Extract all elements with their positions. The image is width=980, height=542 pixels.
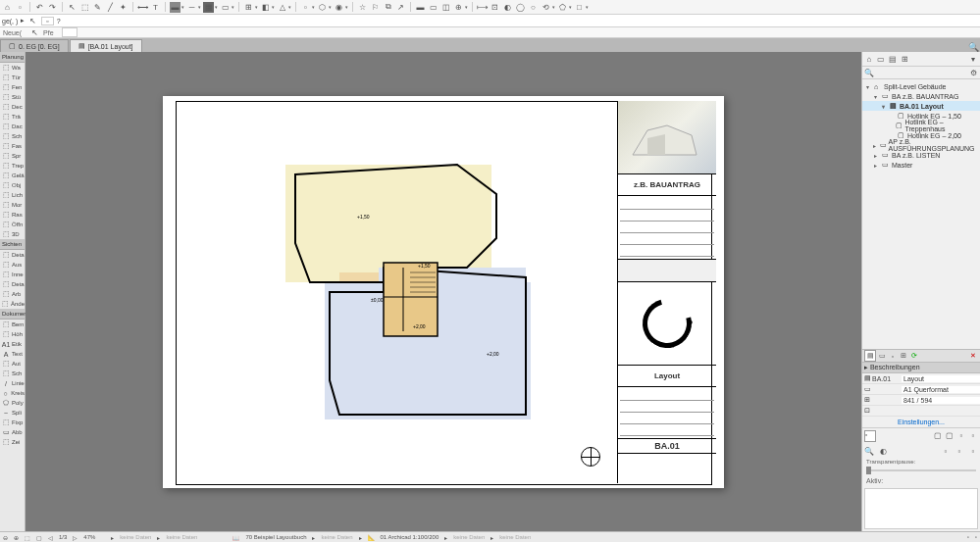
toolbox-item[interactable]: ⬚3D xyxy=(0,229,25,239)
coord-input[interactable]: ▫ xyxy=(41,17,53,25)
tree-item[interactable]: ▾▭BA z.B. BAUANTRAG xyxy=(862,91,980,101)
snap-dropdown[interactable]: ⊞▾ xyxy=(243,2,258,13)
wand-icon[interactable]: ✦ xyxy=(118,2,129,13)
toolbox-item[interactable]: ⬚Inne xyxy=(0,270,25,279)
toolbox-item[interactable]: ⬚Tür xyxy=(0,73,25,82)
toolbox-item[interactable]: AText xyxy=(0,349,25,359)
nav-next-icon[interactable]: ▷ xyxy=(73,534,77,541)
toolbox-item[interactable]: ⬚Trä xyxy=(0,112,25,122)
toolbox-section-header[interactable]: Sichten xyxy=(0,239,25,250)
toolbox-item[interactable]: ⬚Dac xyxy=(0,122,25,131)
door-icon[interactable]: ▭ xyxy=(428,2,438,13)
3d-dropdown[interactable]: ⬡▾ xyxy=(317,2,332,13)
text-icon[interactable]: T xyxy=(150,2,161,13)
prop-tab-4[interactable]: ⊞ xyxy=(899,351,908,361)
property-row[interactable]: ▤BA.01Layout xyxy=(862,373,980,384)
circle-icon[interactable]: ○ xyxy=(528,2,539,13)
line-tool-icon[interactable]: ╱ xyxy=(105,2,116,13)
cursor-icon[interactable]: ↖ xyxy=(67,2,77,13)
info-swatch[interactable] xyxy=(62,27,77,37)
marquee-icon[interactable]: ⬚ xyxy=(79,2,90,13)
nav-prev-icon[interactable]: ◁ xyxy=(48,534,53,541)
tree-item[interactable]: ▾⌂Split-Level Gebäude xyxy=(862,81,980,91)
toolbox-item[interactable]: ⬚Ras xyxy=(0,210,25,220)
layer-dropdown[interactable]: ▭▾ xyxy=(220,2,234,13)
settings-link[interactable]: Einstellungen... xyxy=(862,417,980,428)
nav-layout-icon[interactable]: ▤ xyxy=(888,54,898,64)
tag-icon[interactable]: ⊡ xyxy=(490,2,500,13)
nav-publish-icon[interactable]: ⊞ xyxy=(900,54,909,64)
toolbox-item[interactable]: ⬚Trep xyxy=(0,161,25,171)
line-dropdown[interactable]: ─▾ xyxy=(186,2,201,13)
arc-dropdown[interactable]: ⟲▾ xyxy=(541,2,555,13)
tab-layout[interactable]: ▤ [BA.01 Layout] xyxy=(70,39,142,52)
picker-icon[interactable]: ↖ xyxy=(27,16,38,26)
render-dropdown[interactable]: ◉▾ xyxy=(334,2,348,13)
toolbox-item[interactable]: ⬚Sch xyxy=(0,369,25,378)
bookmark-icon[interactable]: ⚐ xyxy=(370,2,381,13)
vi-1[interactable]: 🔍 xyxy=(864,446,874,456)
zoom-fit-icon[interactable]: ⬚ xyxy=(25,534,30,541)
vi-2[interactable]: ◐ xyxy=(878,446,888,456)
export-icon[interactable]: ↗ xyxy=(395,2,406,13)
vi-3[interactable]: ▫ xyxy=(941,446,951,456)
nav-view-icon[interactable]: ▭ xyxy=(876,54,886,64)
toolbox-item[interactable]: ⬚Öffn xyxy=(0,220,25,229)
tool3-dropdown[interactable]: △▾ xyxy=(277,2,291,13)
toolbox-section-header[interactable]: Planung xyxy=(0,52,25,63)
tree-item[interactable]: ▢Hotlink EG – Treppenhaus xyxy=(862,121,980,130)
tree-arrow-icon[interactable]: ▾ xyxy=(874,93,880,100)
toolbox-item[interactable]: ~Spli xyxy=(0,408,25,418)
vi-4[interactable]: ▫ xyxy=(954,446,964,456)
vm-icon-4[interactable]: ▫ xyxy=(968,430,978,440)
toolbox-section-header[interactable]: Dokument xyxy=(0,309,25,320)
tab-floor-plan[interactable]: ▢ 0. EG [0. EG] xyxy=(0,39,69,52)
tree-item[interactable]: ▾▤BA.01 Layout xyxy=(862,101,980,111)
zoom-100-icon[interactable]: ▢ xyxy=(36,534,42,541)
prop-tab-1[interactable]: ▤ xyxy=(864,350,876,362)
settings-icon[interactable]: ⚙ xyxy=(968,68,978,77)
undo-icon[interactable]: ↶ xyxy=(34,2,45,13)
toolbox-item[interactable]: /Linie xyxy=(0,378,25,388)
toolbox-item[interactable]: ⬚Gelä xyxy=(0,171,25,180)
nav-menu-icon[interactable]: ▾ xyxy=(968,54,978,64)
toolbox-item[interactable]: ⬚Fas xyxy=(0,141,25,151)
vi-5[interactable]: ▫ xyxy=(968,446,978,456)
toolbox-item[interactable]: ⬚Deta xyxy=(0,279,25,289)
tree-arrow-icon[interactable]: ▾ xyxy=(866,83,872,90)
wall-icon[interactable]: ▬ xyxy=(415,2,426,13)
toolbox-item[interactable]: ⬚Aus xyxy=(0,260,25,270)
hatch-dropdown[interactable]: ▦▾ xyxy=(203,2,218,13)
toolbox-item[interactable]: ⬚Dec xyxy=(0,102,25,112)
tree-arrow-icon[interactable]: ▸ xyxy=(873,142,878,149)
vm-icon-1[interactable]: ▢ xyxy=(933,430,943,440)
prop-tab-3[interactable]: ▫ xyxy=(888,351,898,361)
nav-project-icon[interactable]: ⌂ xyxy=(864,54,874,64)
toolbox-item[interactable]: ⬚Aut xyxy=(0,359,25,369)
toolbox-item[interactable]: ⬚Deta xyxy=(0,250,25,260)
toolbox-item[interactable]: ▭Abb xyxy=(0,427,25,437)
prop-row-value[interactable]: A1 Querformat xyxy=(902,386,980,393)
tree-arrow-icon[interactable]: ▸ xyxy=(874,152,880,159)
toolbox-item[interactable]: ⬚Fixp xyxy=(0,418,25,427)
prop-row-value[interactable]: Layout xyxy=(902,375,980,382)
zoom-in-icon[interactable]: ⊕ xyxy=(14,534,19,541)
prop-tab-5[interactable]: ⟳ xyxy=(909,351,919,361)
toolbox-item[interactable]: ⬚Bem xyxy=(0,320,25,329)
tree-item[interactable]: ▸▭AP z.B. AUSFÜHRUNGSPLANUNG xyxy=(862,140,980,150)
toolbox-item[interactable]: ⬚Obj xyxy=(0,180,25,190)
home-icon[interactable]: ⌂ xyxy=(2,2,13,13)
more-dropdown[interactable]: □▾ xyxy=(574,2,589,13)
zoom-out-icon[interactable]: ⊖ xyxy=(3,534,8,541)
prop-close-icon[interactable]: ✕ xyxy=(968,351,978,361)
vm-icon-2[interactable]: ▢ xyxy=(945,430,954,440)
tool2-dropdown[interactable]: ◧▾ xyxy=(260,2,275,13)
toolbox-item[interactable]: ⬚Ände xyxy=(0,299,25,309)
search-input[interactable] xyxy=(874,69,968,77)
vm-icon-3[interactable]: ▫ xyxy=(956,430,966,440)
transparency-slider[interactable] xyxy=(862,466,980,475)
toolbox-item[interactable]: ⬚Sch xyxy=(0,131,25,141)
dim-icon[interactable]: ⟼ xyxy=(477,2,488,13)
poly-dropdown[interactable]: ⬠▾ xyxy=(557,2,572,13)
redo-icon[interactable]: ↷ xyxy=(47,2,58,13)
